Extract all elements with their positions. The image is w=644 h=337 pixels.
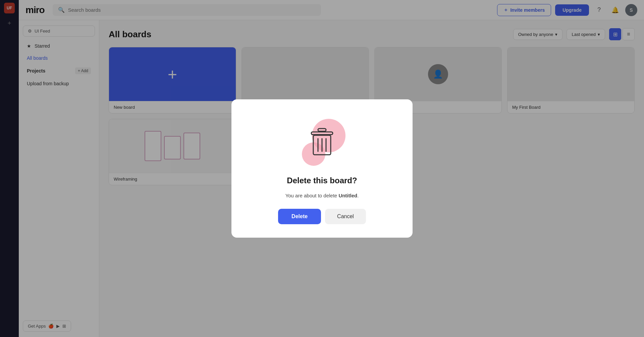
trash-icon xyxy=(309,127,335,157)
modal-description: You are about to delete Untitled. xyxy=(285,192,359,200)
svg-rect-1 xyxy=(311,132,333,135)
modal-icon-wrap xyxy=(295,115,349,169)
modal-title: Delete this board? xyxy=(287,176,357,185)
modal-overlay[interactable]: Delete this board? You are about to dele… xyxy=(0,0,644,337)
modal-actions: Delete Cancel xyxy=(278,209,366,224)
delete-modal: Delete this board? You are about to dele… xyxy=(231,99,413,238)
svg-rect-0 xyxy=(318,129,326,131)
delete-button[interactable]: Delete xyxy=(278,209,321,224)
cancel-button[interactable]: Cancel xyxy=(325,209,366,224)
